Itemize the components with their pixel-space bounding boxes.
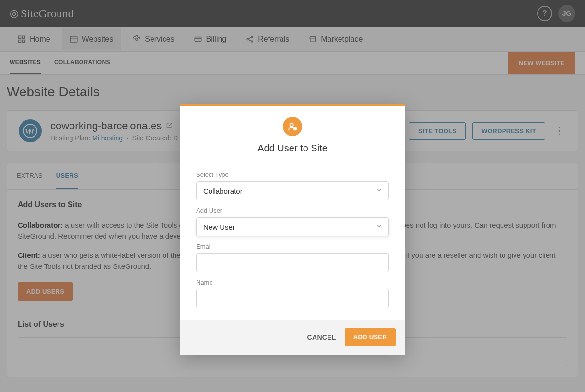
add-user-button[interactable]: ADD USER — [345, 328, 396, 346]
add-user-icon — [283, 117, 302, 136]
chevron-down-icon — [376, 187, 383, 195]
add-user-value: New User — [203, 223, 235, 231]
cancel-button[interactable]: CANCEL — [307, 334, 336, 341]
select-type-dropdown[interactable]: Collaborator — [196, 181, 389, 200]
email-label: Email — [196, 243, 389, 250]
add-user-modal: Add User to Site Select Type Collaborato… — [180, 104, 405, 355]
chevron-down-icon — [376, 223, 383, 231]
cancel-label: CANCEL — [307, 334, 336, 341]
add-user-label: Add User — [196, 207, 389, 214]
add-user-dropdown[interactable]: New User — [196, 217, 389, 236]
add-user-confirm-label: ADD USER — [353, 334, 387, 341]
svg-point-15 — [290, 123, 293, 127]
select-type-value: Collaborator — [203, 187, 243, 195]
email-field[interactable] — [196, 253, 389, 272]
modal-overlay[interactable]: Add User to Site Select Type Collaborato… — [0, 0, 585, 392]
name-label: Name — [196, 279, 389, 286]
select-type-label: Select Type — [196, 171, 389, 178]
name-field[interactable] — [196, 289, 389, 308]
modal-title: Add User to Site — [257, 143, 328, 154]
